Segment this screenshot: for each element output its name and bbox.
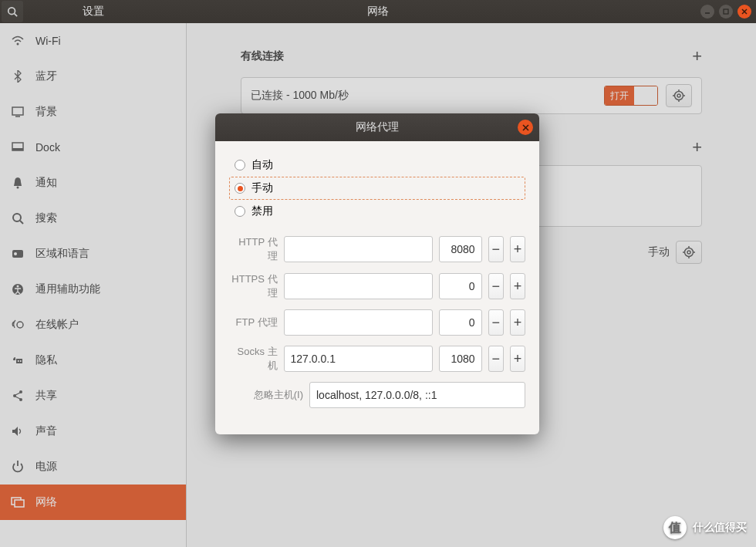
gear-icon <box>683 246 695 258</box>
close-button[interactable] <box>737 5 751 19</box>
watermark-badge-icon: 值 <box>663 516 687 539</box>
sidebar: Wi-Fi 蓝牙 背景 Dock 通知 搜索 区域和语言 通用辅助功能 在线帐户… <box>0 23 187 547</box>
toggle-on-label: 打开 <box>605 86 634 105</box>
sidebar-item-online[interactable]: 在线帐户 <box>0 307 186 343</box>
svg-rect-3 <box>724 9 728 14</box>
http-proxy-label: HTTP 代理 <box>229 235 278 263</box>
svg-point-15 <box>14 252 17 255</box>
proxy-mode-label: 手动 <box>648 245 670 259</box>
svg-point-29 <box>675 92 683 100</box>
sidebar-item-label: 电源 <box>35 460 57 474</box>
dialog-close-button[interactable] <box>518 120 533 135</box>
privacy-icon <box>11 355 25 366</box>
watermark: 值 什么值得买 <box>663 516 747 539</box>
sidebar-item-label: 背景 <box>35 105 57 119</box>
svg-rect-7 <box>12 107 23 115</box>
svg-point-6 <box>17 43 19 46</box>
sidebar-item-sharing[interactable]: 共享 <box>0 378 186 414</box>
https-proxy-port-input[interactable] <box>439 273 482 299</box>
socks-host-label: Socks 主机 <box>229 345 278 373</box>
https-port-decrement[interactable]: − <box>488 273 504 299</box>
sidebar-item-label: 蓝牙 <box>35 69 57 83</box>
bell-icon <box>11 177 25 189</box>
sound-icon <box>11 426 25 437</box>
radio-icon <box>235 183 245 194</box>
sidebar-item-accessibility[interactable]: 通用辅助功能 <box>0 272 186 307</box>
svg-point-11 <box>17 187 19 189</box>
dialog-title: 网络代理 <box>356 120 399 134</box>
sidebar-item-wifi[interactable]: Wi-Fi <box>0 23 186 59</box>
svg-point-35 <box>685 248 694 257</box>
proxy-mode-auto[interactable]: 自动 <box>229 154 525 177</box>
svg-point-18 <box>17 322 23 328</box>
http-port-decrement[interactable]: − <box>488 236 504 262</box>
sidebar-item-region[interactable]: 区域和语言 <box>0 236 186 272</box>
online-icon <box>11 319 25 330</box>
share-icon <box>11 390 25 402</box>
socks-port-input[interactable] <box>439 346 482 372</box>
sidebar-item-dock[interactable]: Dock <box>0 130 186 165</box>
ftp-port-decrement[interactable]: − <box>488 309 504 336</box>
connection-status: 已连接 - 1000 Mb/秒 <box>251 89 596 103</box>
watermark-text: 什么值得买 <box>693 521 747 535</box>
ftp-proxy-host-input[interactable] <box>284 309 433 336</box>
sidebar-item-label: 隐私 <box>35 353 57 367</box>
http-proxy-port-input[interactable] <box>439 236 482 262</box>
proxy-dialog: 网络代理 自动 手动 禁用 HTTP 代理 − + HTTPS <box>215 113 539 434</box>
http-port-increment[interactable]: + <box>510 236 525 262</box>
svg-rect-10 <box>12 148 23 150</box>
radio-label: 自动 <box>251 158 273 172</box>
background-icon <box>11 106 25 117</box>
add-vpn-button[interactable]: + <box>692 137 702 157</box>
sidebar-item-label: 搜索 <box>35 211 57 225</box>
sidebar-item-label: 网络 <box>35 495 57 509</box>
search-icon <box>11 212 25 225</box>
sidebar-item-sound[interactable]: 声音 <box>0 414 186 449</box>
proxy-mode-manual[interactable]: 手动 <box>229 177 525 200</box>
sidebar-item-notifications[interactable]: 通知 <box>0 165 186 201</box>
http-proxy-host-input[interactable] <box>284 236 433 262</box>
network-icon <box>11 497 25 508</box>
sidebar-item-label: 通用辅助功能 <box>35 282 100 296</box>
wired-section-title: 有线连接 <box>241 49 284 63</box>
add-wired-button[interactable]: + <box>692 46 702 66</box>
radio-icon <box>235 206 245 217</box>
sidebar-item-label: 区域和语言 <box>35 247 89 261</box>
sidebar-item-privacy[interactable]: 隐私 <box>0 343 186 378</box>
ignore-hosts-input[interactable] <box>309 382 525 408</box>
https-port-increment[interactable]: + <box>510 273 525 299</box>
region-icon <box>11 248 25 259</box>
titlebar: 设置 网络 <box>0 0 756 23</box>
sidebar-item-label: Wi-Fi <box>35 35 61 47</box>
sidebar-item-bluetooth[interactable]: 蓝牙 <box>0 59 186 94</box>
sidebar-item-network[interactable]: 网络 <box>0 485 186 520</box>
ignore-hosts-label: 忽略主机(I) <box>229 388 303 402</box>
sidebar-item-label: 声音 <box>35 424 57 438</box>
socks-port-decrement[interactable]: − <box>488 346 504 372</box>
sidebar-item-search[interactable]: 搜索 <box>0 201 186 236</box>
svg-line-24 <box>15 393 20 395</box>
svg-line-13 <box>20 221 23 224</box>
https-proxy-label: HTTPS 代理 <box>229 272 278 300</box>
maximize-button[interactable] <box>719 5 733 19</box>
wired-settings-button[interactable] <box>666 84 692 107</box>
svg-point-30 <box>677 94 680 97</box>
wired-toggle[interactable]: 打开 <box>604 86 658 106</box>
ftp-port-increment[interactable]: + <box>510 309 525 336</box>
https-proxy-host-input[interactable] <box>284 273 433 299</box>
ftp-proxy-port-input[interactable] <box>439 309 482 336</box>
gear-icon <box>673 89 685 102</box>
socks-host-input[interactable] <box>284 346 433 372</box>
minimize-button[interactable] <box>700 5 714 19</box>
proxy-mode-disabled[interactable]: 禁用 <box>229 200 525 223</box>
sidebar-item-label: 在线帐户 <box>35 318 79 332</box>
sidebar-item-power[interactable]: 电源 <box>0 449 186 485</box>
proxy-settings-button[interactable] <box>676 241 702 264</box>
wifi-icon <box>11 35 25 47</box>
sidebar-item-background[interactable]: 背景 <box>0 94 186 130</box>
sidebar-item-label: 通知 <box>35 176 57 190</box>
socks-port-increment[interactable]: + <box>510 346 525 372</box>
toggle-knob <box>634 86 657 105</box>
svg-line-25 <box>15 397 20 399</box>
wired-connection-row: 已连接 - 1000 Mb/秒 打开 <box>241 77 702 114</box>
